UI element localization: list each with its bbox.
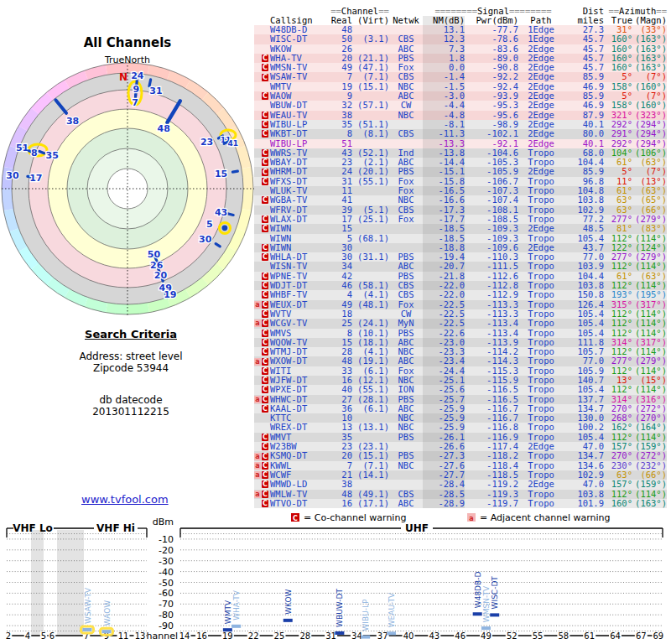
warning-markers: C <box>254 480 268 489</box>
warning-markers: C <box>254 195 268 205</box>
network-cell: NBC <box>389 195 423 205</box>
warning-markers: C <box>254 177 268 186</box>
path-cell: 2Edge <box>518 129 564 138</box>
station-signal-bar <box>387 631 396 635</box>
warning-markers <box>254 139 268 148</box>
station-bar-label: WEAU-TV <box>388 592 396 627</box>
network-cell: Fox <box>389 215 423 224</box>
co-channel-warning-icon: C <box>262 169 268 176</box>
co-channel-warning-icon: C <box>262 462 268 470</box>
co-channel-warning-icon: C <box>262 158 268 166</box>
station-bar-label: WAOW <box>103 600 112 626</box>
noise-margin-cell: -25.6 <box>423 385 465 394</box>
azimuth-true-cell: 193° <box>604 290 632 299</box>
warning-markers: aC <box>254 451 268 460</box>
real-channel-cell: 25 <box>330 319 352 328</box>
virtual-channel-cell <box>352 186 389 195</box>
virtual-channel-cell: (55.1) <box>352 177 389 186</box>
warning-markers: C <box>254 404 268 413</box>
channel-marker-label: 19 <box>164 289 176 300</box>
virtual-channel-cell: (15.1) <box>352 82 389 91</box>
channel-tick-label: 55 <box>533 631 544 641</box>
co-channel-warning-icon: C <box>262 443 268 450</box>
warning-markers: C <box>254 91 268 101</box>
network-cell <box>389 234 423 243</box>
virtual-channel-cell: (8.1) <box>352 129 389 138</box>
true-north-label: TrueNorth <box>104 55 150 65</box>
channel-tick-label: 16 <box>196 631 207 641</box>
network-cell: PBS <box>389 451 423 460</box>
dbm-tick-label: -40 <box>159 567 174 578</box>
real-channel-cell: 48 <box>330 356 352 366</box>
vhf-hi-band-label: VHF Hi <box>96 522 135 534</box>
co-channel-warning-icon: C <box>262 491 268 498</box>
path-cell: 2Edge <box>518 480 564 489</box>
power-cell: -119.2 <box>465 480 518 489</box>
station-bar-label: WBUW-DT <box>336 589 344 627</box>
path-cell: Tropo <box>518 356 564 366</box>
callsign-cell: WISC-DT <box>268 34 330 44</box>
virtual-channel-cell: (31.1) <box>352 252 389 262</box>
power-cell: -116.5 <box>465 385 518 394</box>
co-channel-warning-icon: C <box>262 64 268 71</box>
warning-markers: C <box>254 129 268 138</box>
virtual-channel-cell: (6.1) <box>352 404 389 413</box>
noise-margin-cell: -16.6 <box>423 195 465 205</box>
table-row: CWPXE-DT40(55.1)ION-25.6-116.5Tropo105.4… <box>254 385 667 394</box>
path-cell: Tropo <box>518 290 564 299</box>
station-bar-label: WISC-DT <box>491 576 499 610</box>
station-signal-bar <box>481 626 491 630</box>
callsign-cell: WBUW-DT <box>268 101 330 110</box>
warning-markers: C <box>254 243 268 252</box>
warning-markers: C <box>254 347 268 356</box>
virtual-channel-cell: (24.1) <box>352 319 389 328</box>
network-cell: ION <box>389 385 423 394</box>
noise-margin-cell: -4.4 <box>423 101 465 110</box>
warning-markers: aC <box>254 395 268 404</box>
path-cell: Tropo <box>518 319 564 328</box>
azimuth-true-cell: 158° <box>604 101 632 110</box>
warning-markers <box>254 34 268 44</box>
warning-markers <box>254 413 268 423</box>
db-datecode-value: 201301112215 <box>44 406 218 418</box>
noise-margin-cell: -28.4 <box>423 480 465 489</box>
tvfool-link[interactable]: www.tvfool.com <box>81 493 169 506</box>
warning-markers: C <box>254 224 268 233</box>
warning-markers: C <box>254 111 268 120</box>
station-signal-bar <box>490 613 499 616</box>
co-channel-warning-icon: C <box>262 386 268 393</box>
co-channel-warning-icon: C <box>262 396 268 403</box>
table-row: CWIWN15-18.5-109.32Edge48.581°(83°) <box>254 224 667 233</box>
channel-marker-label: 30 <box>6 170 19 181</box>
warning-markers: C <box>254 329 268 338</box>
dbm-axis-title: dBm <box>153 517 174 527</box>
co-channel-warning-icon: C <box>262 92 268 100</box>
callsign-cell: WIWN <box>268 224 330 233</box>
warning-markers <box>254 234 268 243</box>
noise-margin-cell: -27.3 <box>423 451 465 460</box>
warning-markers: aC <box>254 319 268 328</box>
co-channel-warning-icon: C <box>262 282 268 289</box>
vhf-lo-band-label: VHF Lo <box>13 522 53 534</box>
azimuth-magnetic-cell: (160°) <box>632 101 667 110</box>
channel-tick-label: 61 <box>584 631 595 641</box>
warning-markers: C <box>254 366 268 376</box>
station-signal-bar <box>361 636 370 639</box>
noise-margin-cell: 12.3 <box>423 34 465 44</box>
adjacent-channel-legend-text: = Adjacent channel warning <box>480 512 611 523</box>
warning-markers: C <box>254 158 268 167</box>
channel-marker-label: 51 <box>16 143 29 153</box>
warning-markers <box>254 423 268 432</box>
distance-cell: 80.0 <box>564 129 604 138</box>
path-cell: 1Edge <box>518 34 564 44</box>
dbm-tick-label: -30 <box>159 556 174 567</box>
station-bar-label: W48DB-D <box>474 572 482 609</box>
warning-markers: C <box>254 385 268 394</box>
virtual-channel-cell: (55.1) <box>352 385 389 394</box>
noise-margin-cell: -22.0 <box>423 290 465 299</box>
noise-margin-cell: -23.4 <box>423 356 465 366</box>
tvfool-report-page: { "radar": { "title": "All Channels", "n… <box>0 0 671 644</box>
azimuth-true-cell: 277° <box>604 356 632 366</box>
network-cell <box>389 480 423 489</box>
svg-text:a: a <box>469 515 473 522</box>
